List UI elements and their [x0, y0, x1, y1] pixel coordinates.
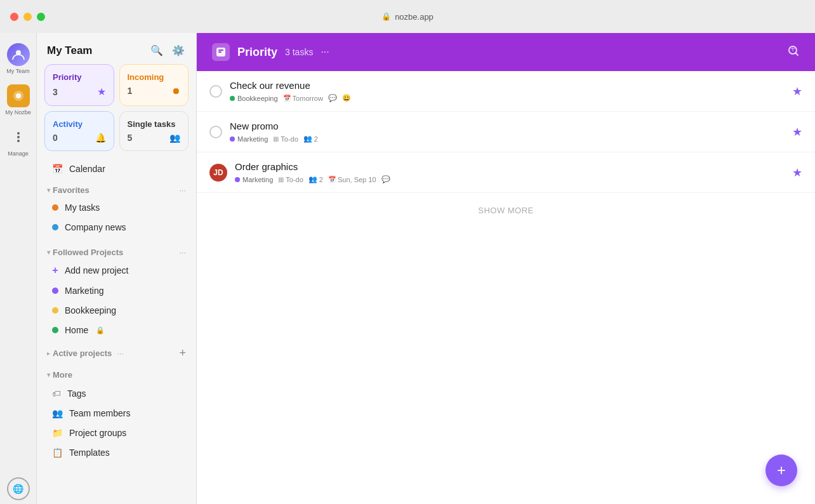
priority-more-button[interactable]: ··· — [321, 46, 329, 58]
task-star-1[interactable]: ★ — [792, 84, 802, 98]
followed-projects-header[interactable]: ▾ Followed Projects ··· — [37, 245, 196, 260]
table-row: Check our revenue Bookkeeping 📅 Tomorrow… — [197, 71, 815, 112]
sidebar-icon-manage[interactable]: Manage — [3, 122, 34, 161]
favorites-more-button[interactable]: ··· — [179, 185, 186, 195]
sidebar-item-marketing[interactable]: Marketing — [42, 281, 191, 300]
sidebar-item-bookkeeping[interactable]: Bookkeeping — [42, 301, 191, 320]
calendar-icon: 📅 — [52, 164, 63, 174]
sidebar-item-calendar[interactable]: 📅 Calendar — [42, 159, 191, 178]
project-groups-icon: 📁 — [52, 428, 63, 438]
sidebar-item-company-news[interactable]: Company news — [42, 218, 191, 237]
task-star-3[interactable]: ★ — [792, 166, 802, 180]
marketing-dot — [52, 288, 58, 294]
task-checkbox-2[interactable] — [209, 126, 222, 138]
priority-search-button[interactable] — [787, 44, 800, 60]
project-dot-2 — [230, 136, 235, 142]
quick-card-incoming[interactable]: Incoming 1 ⏺ — [119, 64, 189, 106]
comments-icon-3: 👥 — [308, 175, 317, 183]
priority-title: Priority — [237, 46, 277, 59]
chat-icon-1: 💬 — [328, 94, 337, 102]
task-comments-3: 👥 2 — [308, 175, 323, 183]
calendar-meta-icon-3: 📅 — [328, 176, 336, 183]
close-button[interactable] — [10, 13, 18, 21]
task-star-2[interactable]: ★ — [792, 125, 802, 139]
sidebar-item-templates[interactable]: 📋 Templates — [42, 443, 191, 462]
app-layout: My Team My Nozbe Manage 🌐 My Tea — [0, 33, 815, 504]
company-news-label: Company news — [65, 222, 126, 232]
my-nozbe-label: My Nozbe — [5, 109, 31, 116]
sidebar-icon-my-nozbe[interactable]: My Nozbe — [3, 81, 34, 119]
task-meta-1: Bookkeeping 📅 Tomorrow 💬 😀 — [230, 94, 785, 102]
quick-card-activity[interactable]: Activity 0 🔔 — [44, 111, 114, 151]
active-projects-toggle[interactable]: ▸ Active projects ··· — [47, 348, 124, 358]
my-team-label: My Team — [6, 68, 29, 74]
my-tasks-label: My tasks — [65, 202, 100, 213]
active-projects-chevron: ▸ — [47, 350, 50, 357]
sidebar-item-tags[interactable]: 🏷 Tags — [42, 384, 191, 403]
task-name-1: Check our revenue — [230, 80, 785, 91]
sidebar-icon-globe[interactable]: 🌐 — [3, 474, 34, 504]
status-icon-3: ▦ — [278, 176, 284, 183]
followed-projects-more-button[interactable]: ··· — [179, 248, 186, 257]
calendar-label: Calendar — [69, 164, 105, 174]
left-panel: My Team 🔍 ⚙️ Priority 3 ★ Incoming 1 ⏺ — [37, 33, 197, 504]
active-projects-more-button[interactable]: ··· — [117, 348, 124, 358]
task-list: Check our revenue Bookkeeping 📅 Tomorrow… — [197, 71, 815, 504]
sidebar-item-home[interactable]: Home 🔒 — [42, 321, 191, 340]
priority-header-left: Priority 3 tasks ··· — [212, 43, 329, 61]
task-user-1: 😀 — [342, 94, 351, 102]
minimize-button[interactable] — [23, 13, 32, 21]
quick-card-single[interactable]: Single tasks 5 👥 — [119, 111, 189, 151]
search-button[interactable]: 🔍 — [149, 43, 164, 58]
maximize-button[interactable] — [37, 13, 45, 21]
activity-bell-icon: 🔔 — [95, 133, 106, 143]
manage-icon — [7, 126, 30, 149]
active-projects-section: ▸ Active projects ··· + — [37, 344, 196, 362]
status-icon-2: ▦ — [273, 135, 279, 142]
user-icon-1: 😀 — [342, 94, 351, 102]
table-row: JD Order graphics Marketing ▦ To-do — [197, 152, 815, 193]
followed-chevron: ▾ — [47, 249, 50, 256]
priority-header: Priority 3 tasks ··· — [197, 33, 815, 71]
project-dot-3 — [235, 177, 240, 182]
task-info-3: Order graphics Marketing ▦ To-do 👥 2 — [235, 161, 785, 183]
priority-card-name: Priority — [53, 72, 106, 82]
quick-card-priority[interactable]: Priority 3 ★ — [44, 64, 114, 106]
globe-icon: 🌐 — [7, 477, 30, 500]
sidebar-icon-my-team[interactable]: My Team — [3, 39, 34, 78]
active-projects-title: Active projects — [53, 348, 112, 358]
left-panel-header: My Team 🔍 ⚙️ — [37, 33, 196, 64]
bookkeeping-dot — [52, 307, 58, 314]
favorites-header[interactable]: ▾ Favorites ··· — [37, 183, 196, 197]
marketing-label: Marketing — [65, 286, 103, 296]
team-members-icon: 👥 — [52, 408, 63, 418]
sidebar-item-team-members[interactable]: 👥 Team members — [42, 404, 191, 423]
show-more-button[interactable]: SHOW MORE — [197, 193, 815, 228]
comments-count-2: 2 — [314, 135, 318, 143]
status-text-2: To-do — [281, 135, 298, 143]
active-projects-add-button[interactable]: + — [179, 347, 186, 360]
add-project-label: Add new project — [65, 265, 128, 275]
priority-count: 3 — [53, 87, 58, 97]
titlebar: 🔒 nozbe.app — [0, 0, 815, 33]
add-new-project[interactable]: + Add new project — [42, 260, 191, 281]
task-project-tag-3: Marketing — [235, 176, 273, 183]
bookkeeping-label: Bookkeeping — [65, 305, 116, 315]
left-panel-actions: 🔍 ⚙️ — [149, 43, 186, 58]
priority-star-icon: ★ — [97, 86, 106, 98]
status-text-3: To-do — [286, 176, 303, 183]
favorites-chevron: ▾ — [47, 187, 50, 194]
fab-add-button[interactable]: + — [765, 454, 797, 486]
sidebar-item-project-groups[interactable]: 📁 Project groups — [42, 423, 191, 442]
sidebar-item-my-tasks[interactable]: My tasks — [42, 198, 191, 217]
task-checkbox-1[interactable] — [209, 85, 222, 98]
task-name-2: New promo — [230, 121, 785, 131]
more-section-header[interactable]: ▾ More — [37, 366, 196, 383]
priority-task-count: 3 tasks — [285, 47, 313, 57]
project-name-1: Bookkeeping — [237, 95, 278, 102]
settings-button[interactable]: ⚙️ — [171, 43, 186, 58]
templates-label: Templates — [69, 448, 110, 458]
task-info-1: Check our revenue Bookkeeping 📅 Tomorrow… — [230, 80, 785, 102]
add-project-plus-icon: + — [52, 265, 58, 276]
traffic-lights — [10, 13, 45, 21]
